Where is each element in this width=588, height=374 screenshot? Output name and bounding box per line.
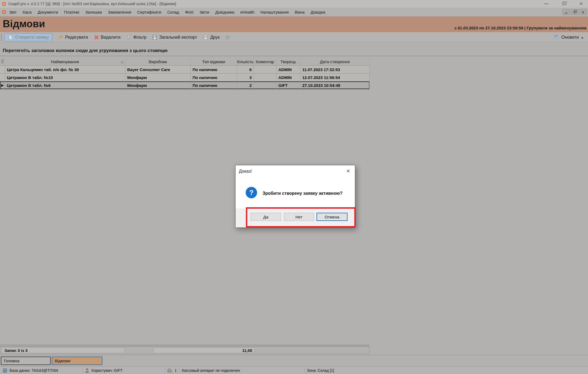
cell-manufacturer: Bayer Consumer Care [125, 66, 191, 73]
menu-item-nalashtuvannia[interactable]: Налаштування [257, 10, 292, 14]
column-header-comment[interactable]: Коментар [254, 58, 276, 65]
mdi-close-button[interactable]: × [579, 9, 587, 15]
register-count: 1 [167, 367, 177, 374]
delete-x-icon [93, 35, 99, 40]
mdi-minimize-icon [565, 13, 568, 13]
cell-refusal-type: По наличию [191, 74, 237, 81]
menu-item-platezhi[interactable]: Платежі [61, 10, 82, 14]
funnel-icon [126, 35, 131, 40]
group-by-panel[interactable]: Перетягніть заголовок колонки сюди для у… [0, 43, 588, 56]
mdi-close-icon: × [582, 10, 584, 14]
cell-creator: GIFT [276, 81, 300, 89]
menu-item-dovidka[interactable]: Довідка [307, 10, 328, 14]
annotation-highlight-rectangle [246, 207, 356, 227]
column-header-created[interactable]: Дата створення [300, 58, 370, 65]
filter-button[interactable]: Фільтр [126, 35, 146, 40]
menu-item-zalyshky[interactable]: Залишки [82, 10, 105, 14]
page-header-band: Відмови з 01.03.2023 по 27.10.2023 23:59… [0, 17, 588, 32]
minimize-button[interactable] [542, 1, 550, 7]
sort-ascending-icon: △ [121, 60, 123, 63]
statusbar-separator [304, 367, 305, 373]
print-label: Друк [210, 35, 220, 40]
column-header-manufacturer[interactable]: Виробник [125, 58, 191, 65]
current-row-marker-icon: ▶ [1, 83, 4, 87]
menubar: Звіт Каса Документи Платежі Залишки Замо… [0, 8, 588, 17]
grid-footer: Запис 3 із 3 11,00 [0, 346, 370, 354]
cell-quantity: 6 [237, 66, 254, 73]
register-status: Кассовый аппарат не подключен [182, 367, 240, 374]
filter-label: Фільтр [133, 35, 146, 40]
row-indicator-header [0, 58, 5, 65]
quantity-total: 11,00 [153, 347, 255, 353]
toolbar-drag-handle[interactable] [1, 34, 2, 41]
register-status-label: Кассовый аппарат не подключен [182, 368, 240, 373]
record-counter: Запис 3 із 3 [2, 347, 124, 353]
cell-comment [254, 81, 276, 89]
tab-refusals[interactable]: Відмови [52, 357, 102, 365]
cell-comment [254, 74, 276, 81]
edit-label: Редагувати [65, 35, 88, 40]
refresh-label: Оновити [561, 35, 579, 40]
menu-item-zvit[interactable]: Звіт [6, 10, 20, 14]
close-button[interactable]: × [577, 1, 585, 7]
table-row[interactable]: Цитра Кальцемин таб. п/о фл. № 30 Bayer … [0, 66, 370, 74]
menu-logo-icon [2, 10, 6, 14]
delete-button[interactable]: Видалити [93, 35, 120, 40]
question-icon: ? [246, 187, 257, 198]
grid-handle-icon [1, 59, 4, 64]
user-status: Користувач: GIFT [85, 367, 123, 374]
menu-item-vikna[interactable]: Вікна [292, 10, 308, 14]
export-button[interactable]: Загальний експорт [152, 35, 197, 40]
menu-item-dokumenty[interactable]: Документи [35, 10, 61, 14]
column-header-creator[interactable]: Творець [276, 58, 300, 65]
grid-footer-divider [0, 344, 370, 346]
menu-item-filii[interactable]: Філії [182, 10, 197, 14]
statusbar-separator [165, 367, 165, 373]
dialog-message: Зробити створену заявку активною? [263, 191, 343, 196]
mdi-restore-button[interactable] [571, 9, 578, 15]
restore-button[interactable] [560, 1, 568, 7]
period-grouping-label: з 01.03.2023 по 27.10.2023 23:59:59 | Гр… [455, 26, 586, 30]
menu-item-kasa[interactable]: Каса [20, 10, 35, 14]
print-button[interactable]: Друк [203, 35, 220, 40]
pencil-icon [58, 35, 63, 40]
statusbar: База даних: TASA3@TITAN Користувач: GIFT… [0, 366, 588, 374]
cell-manufacturer: Монфарм [125, 74, 191, 81]
column-header-quantity[interactable]: Кількість [237, 58, 254, 65]
table-row[interactable]: Цитрамон В табл. №10 Монфарм По наличию … [0, 74, 370, 81]
titlebar: Скарб pro v. 4.0.2.77 [ІД: 969] - [Апт №… [0, 0, 588, 8]
edit-button[interactable]: Редагувати [58, 35, 88, 40]
menu-item-sertyfikaty[interactable]: Сертифікати [134, 10, 164, 14]
database-icon [2, 368, 8, 373]
column-header-name[interactable]: Найменування △ [5, 58, 125, 65]
menu-item-sklad[interactable]: Склад [164, 10, 182, 14]
menu-item-zamovlennia[interactable]: Замовлення [105, 10, 134, 14]
columns-icon [225, 35, 230, 40]
create-request-button[interactable]: Створити заявку [4, 33, 52, 41]
export-label: Загальний експорт [159, 35, 197, 40]
cell-quantity: 2 [237, 81, 254, 89]
cell-manufacturer: Монфарм [125, 81, 191, 89]
cell-refusal-type: По наличию [191, 66, 237, 73]
dialog-close-button[interactable]: × [346, 168, 350, 174]
menu-item-ehealth[interactable]: eHealth [237, 10, 258, 14]
columns-button[interactable] [225, 35, 230, 40]
cell-created: 27.10.2023 10:54:48 [300, 81, 370, 89]
menu-item-dovidnyky[interactable]: Довідники [212, 10, 237, 14]
register-count-label: 1 [175, 368, 177, 373]
mdi-minimize-button[interactable] [562, 9, 570, 15]
cell-creator: ADMIN [276, 66, 300, 73]
toolbar: Створити заявку Редагувати Видалити Філь… [0, 32, 588, 42]
menu-item-zvity[interactable]: Звіти [197, 10, 212, 14]
window-tabs-bar: Головна Відмови [0, 355, 588, 366]
refresh-button[interactable]: Оновити ▼ [553, 34, 584, 40]
table-row-selected[interactable]: ▶ Цитрамон В табл. №6 Монфарм По наличию… [0, 81, 370, 89]
column-header-refusal-type[interactable]: Тип відмови [191, 58, 237, 65]
cell-comment [254, 66, 276, 73]
table-header-row: Найменування △ Виробник Тип відмови Кіль… [0, 58, 370, 66]
tab-home[interactable]: Головна [1, 357, 51, 365]
minimize-icon [544, 4, 548, 4]
chevron-down-icon[interactable]: ▼ [581, 37, 584, 39]
printer-icon [203, 35, 208, 40]
statusbar-separator [179, 367, 179, 373]
